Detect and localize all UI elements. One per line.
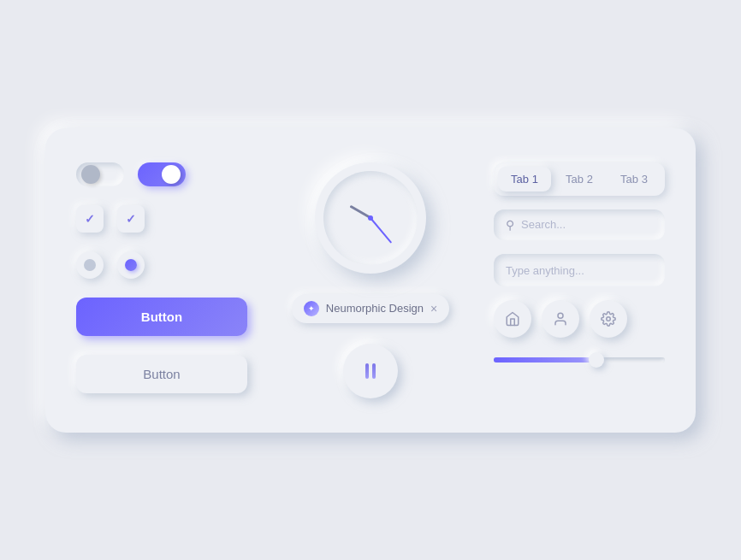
gear-icon xyxy=(601,311,616,327)
settings-button[interactable] xyxy=(590,300,627,338)
slider-wrap xyxy=(494,351,665,368)
clock xyxy=(315,162,426,274)
radio-2[interactable] xyxy=(117,251,145,279)
svg-point-0 xyxy=(558,313,563,318)
tab-2[interactable]: Tab 2 xyxy=(553,167,606,192)
radio-inner-on xyxy=(125,259,137,271)
slider-track xyxy=(494,357,665,363)
user-icon xyxy=(553,311,568,327)
tag-icon: ✦ xyxy=(304,301,319,316)
tab-3[interactable]: Tab 3 xyxy=(608,167,661,192)
primary-button[interactable]: Button xyxy=(76,298,247,336)
search-input[interactable] xyxy=(521,218,653,231)
left-column: ✓ ✓ Button Button xyxy=(76,162,247,398)
tabs-row: Tab 1 Tab 2 Tab 3 xyxy=(494,162,665,196)
checkbox-1[interactable]: ✓ xyxy=(76,205,104,233)
clock-face xyxy=(323,171,418,265)
toggle-thumb-on xyxy=(162,165,181,184)
tag-close-button[interactable]: × xyxy=(430,302,437,315)
check-mark-2: ✓ xyxy=(126,212,136,226)
radio-1[interactable] xyxy=(76,251,104,279)
search-wrap: ⚲ xyxy=(494,209,665,240)
main-card: ✓ ✓ Button Button xyxy=(45,128,696,433)
checkbox-2[interactable]: ✓ xyxy=(117,205,145,233)
text-input[interactable] xyxy=(506,264,653,277)
toggle-off[interactable] xyxy=(76,162,124,186)
secondary-button[interactable]: Button xyxy=(76,355,247,393)
checkboxes-row: ✓ ✓ xyxy=(76,205,247,233)
tab-1[interactable]: Tab 1 xyxy=(498,167,551,192)
search-icon: ⚲ xyxy=(506,218,514,232)
pause-bar-left xyxy=(365,363,369,379)
slider-thumb xyxy=(589,352,604,368)
middle-column: ✦ Neumorphic Design × xyxy=(264,162,477,398)
home-button[interactable] xyxy=(494,300,531,338)
pause-icon xyxy=(365,363,376,379)
toggle-thumb-off xyxy=(81,165,100,184)
user-button[interactable] xyxy=(542,300,579,338)
text-input-wrap xyxy=(494,254,665,286)
icon-buttons-row xyxy=(494,300,665,338)
right-column: Tab 1 Tab 2 Tab 3 ⚲ xyxy=(494,162,665,398)
pause-bar-right xyxy=(372,363,376,379)
toggle-on[interactable] xyxy=(138,162,186,186)
tag-label: Neumorphic Design xyxy=(326,302,424,315)
clock-center-dot xyxy=(368,215,373,221)
minute-hand xyxy=(370,217,392,243)
pause-button[interactable] xyxy=(343,344,398,398)
toggles-row xyxy=(76,162,247,186)
radio-inner-off xyxy=(84,259,96,271)
check-mark-1: ✓ xyxy=(85,212,95,226)
home-icon xyxy=(505,311,520,327)
tag: ✦ Neumorphic Design × xyxy=(292,294,449,323)
radios-row xyxy=(76,251,247,279)
svg-point-1 xyxy=(607,316,611,321)
